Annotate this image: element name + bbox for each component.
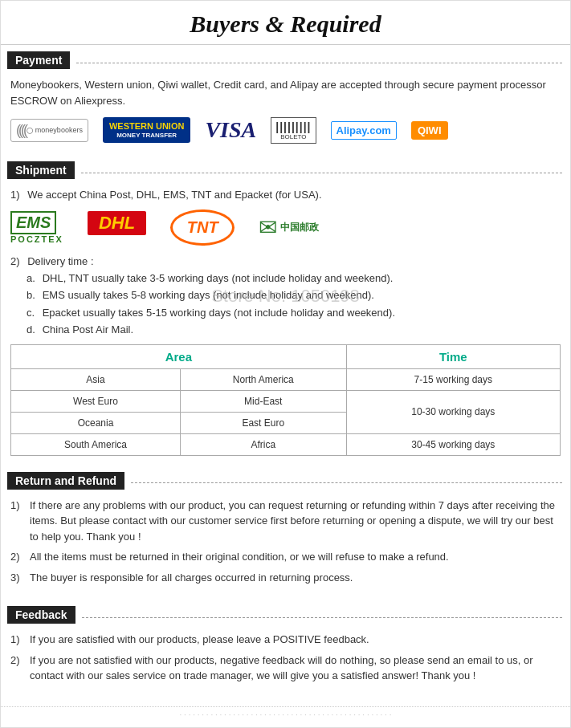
qiwi-text: QIWI bbox=[411, 121, 448, 140]
return-list: 1) If there are any problems with our pr… bbox=[10, 498, 561, 586]
visa-logo: VISA bbox=[205, 115, 256, 145]
ems-logo: EMS POCZTEX bbox=[10, 211, 63, 244]
footer-dots: · · · · · · · · · · · · · · · · · · · · … bbox=[1, 706, 570, 719]
feedback-item-2: 2) If you are not satisfied with our pro… bbox=[10, 653, 561, 684]
table-header-area: Area bbox=[11, 344, 347, 368]
tnt-logo: TNT bbox=[170, 209, 235, 246]
feedback-label: Feedback bbox=[7, 606, 75, 624]
return-text-3: The buyer is responsible for all charges… bbox=[30, 570, 561, 586]
return-content: 1) If there are any problems with our pr… bbox=[1, 494, 570, 600]
qiwi-logo: QIWI bbox=[411, 115, 448, 145]
feedback-section-header: Feedback bbox=[1, 600, 570, 628]
shipment-accept: 1) We accept China Post, DHL, EMS, TNT a… bbox=[10, 187, 561, 203]
western-union-logo: WESTERN UNION MONEY TRANSFER bbox=[103, 115, 191, 145]
table-row: South America Africa 30-45 working days bbox=[11, 433, 561, 455]
dhl-express: EXPRESS bbox=[88, 236, 146, 244]
ems-top: EMS bbox=[10, 211, 56, 234]
return-divider-line bbox=[131, 482, 562, 483]
dhl-text: DHL bbox=[88, 211, 146, 235]
ems-text: EMS bbox=[10, 211, 56, 234]
shipment-divider-line bbox=[81, 173, 562, 173]
moneybookers-logo: ((((○ moneybookers bbox=[10, 115, 88, 145]
shipping-table: Area Time Asia North America 7-15 workin… bbox=[10, 344, 561, 456]
page-title: Buyers & Required bbox=[9, 10, 562, 38]
alipay-text: Alipay.com bbox=[331, 121, 397, 140]
boleto-logo: ||||||||| BOLETO bbox=[271, 115, 316, 145]
table-row: West Euro Mid-East 10-30 working days bbox=[11, 390, 561, 412]
return-section-header: Return and Refund bbox=[1, 466, 570, 494]
shipment-logos: EMS POCZTEX DHL EXPRESS TNT ✉ 中国邮政 bbox=[10, 209, 561, 246]
label-c: c. bbox=[27, 305, 39, 321]
boleto-badge: ||||||||| BOLETO bbox=[271, 117, 316, 144]
feedback-text-1: If you are satisfied with our products, … bbox=[30, 632, 561, 648]
wu-text: WESTERN UNION bbox=[109, 120, 185, 132]
label-b: b. bbox=[27, 287, 39, 303]
delivery-item-b: b. EMS usually takes 5-8 working days (n… bbox=[27, 287, 561, 303]
shipment-content: 1) We accept China Post, DHL, EMS, TNT a… bbox=[1, 184, 570, 466]
delivery-a-text: DHL, TNT usually take 3-5 working days (… bbox=[43, 272, 394, 284]
return-text-2: All the items must be returned in their … bbox=[30, 549, 561, 565]
return-item-1: 1) If there are any problems with our pr… bbox=[10, 498, 561, 545]
return-num-2: 2) bbox=[10, 549, 25, 565]
delivery-item-a: a. DHL, TNT usually take 3-5 working day… bbox=[27, 270, 561, 287]
shipment-label: Shipment bbox=[7, 161, 75, 179]
table-row: Asia North America 7-15 working days bbox=[11, 368, 561, 390]
feedback-item-1: 1) If you are satisfied with our product… bbox=[10, 632, 561, 648]
table-cell: Asia bbox=[11, 368, 181, 390]
delivery-time-section: 2) Delivery time : Store No: 1050198 a. … bbox=[10, 255, 561, 338]
table-cell: South America bbox=[11, 433, 181, 455]
delivery-item-d: d. China Post Air Mail. bbox=[27, 322, 561, 338]
delivery-list: a. DHL, TNT usually take 3-5 working day… bbox=[27, 270, 561, 338]
dhl-logo: DHL EXPRESS bbox=[88, 211, 146, 244]
page-header: Buyers & Required bbox=[1, 1, 570, 45]
wu-subtext: MONEY TRANSFER bbox=[109, 132, 185, 140]
page-wrapper: Buyers & Required Payment Moneybookers, … bbox=[0, 0, 571, 728]
chinapost-logo: ✉ 中国邮政 bbox=[259, 214, 319, 241]
label-a: a. bbox=[27, 270, 39, 287]
delivery-c-text: Epacket usually takes 5-15 working days … bbox=[43, 307, 395, 319]
wu-badge: WESTERN UNION MONEY TRANSFER bbox=[103, 117, 191, 144]
chinapost-text: 中国邮政 bbox=[280, 221, 319, 234]
feedback-num-2: 2) bbox=[10, 653, 25, 684]
boleto-text: BOLETO bbox=[275, 133, 311, 140]
delivery-d-text: China Post Air Mail. bbox=[43, 323, 133, 336]
delivery-num: 2) bbox=[10, 255, 20, 267]
delivery-b-text: EMS usually takes 5-8 working days (not … bbox=[43, 289, 374, 301]
table-cell: West Euro bbox=[11, 390, 181, 412]
feedback-text-2: If you are not satisfied with our produc… bbox=[30, 653, 561, 684]
return-item-3: 3) The buyer is responsible for all char… bbox=[10, 570, 561, 586]
feedback-divider-line bbox=[82, 617, 562, 618]
moneybookers-text: moneybookers bbox=[35, 126, 83, 134]
table-cell: 7-15 working days bbox=[346, 368, 560, 390]
table-cell: Africa bbox=[180, 433, 346, 455]
feedback-list: 1) If you are satisfied with our product… bbox=[10, 632, 561, 684]
shipment-accept-text: We accept China Post, DHL, EMS, TNT and … bbox=[27, 189, 321, 201]
payment-label: Payment bbox=[7, 51, 70, 69]
visa-text: VISA bbox=[205, 117, 256, 143]
payment-description: Moneybookers, Western union, Qiwi wallet… bbox=[10, 77, 561, 108]
table-cell: 30-45 working days bbox=[346, 433, 560, 455]
moneybookers-badge: ((((○ moneybookers bbox=[10, 119, 88, 142]
feedback-content: 1) If you are satisfied with our product… bbox=[1, 628, 570, 698]
delivery-header-text: Delivery time : bbox=[27, 255, 93, 267]
ems-pocztex: POCZTEX bbox=[10, 234, 63, 244]
table-header-time: Time bbox=[346, 344, 560, 368]
chinapost-icon: ✉ bbox=[259, 214, 277, 241]
table-cell: North America bbox=[180, 368, 346, 390]
return-label: Return and Refund bbox=[7, 472, 124, 490]
table-cell: Oceania bbox=[11, 412, 181, 433]
table-cell: East Euro bbox=[180, 412, 346, 433]
payment-divider-line bbox=[76, 63, 562, 63]
label-d: d. bbox=[27, 322, 39, 338]
return-num-1: 1) bbox=[10, 498, 25, 545]
feedback-num-1: 1) bbox=[10, 632, 25, 648]
delivery-header: 2) Delivery time : bbox=[10, 255, 561, 267]
return-num-3: 3) bbox=[10, 570, 25, 586]
return-text-1: If there are any problems with our produ… bbox=[30, 498, 561, 545]
payment-content: Moneybookers, Western union, Qiwi wallet… bbox=[1, 74, 570, 155]
tnt-text: TNT bbox=[187, 218, 218, 237]
payment-logos: ((((○ moneybookers WESTERN UNION MONEY T… bbox=[10, 115, 561, 145]
return-item-2: 2) All the items must be returned in the… bbox=[10, 549, 561, 565]
shipment-section-header: Shipment bbox=[1, 155, 570, 184]
table-cell: 10-30 working days bbox=[346, 390, 560, 433]
